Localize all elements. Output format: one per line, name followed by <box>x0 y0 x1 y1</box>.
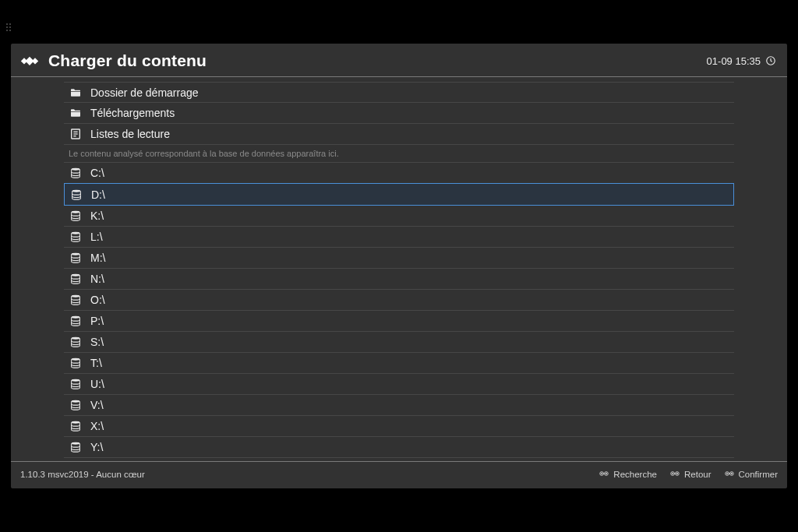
file-list: Dossier de démarrageTéléchargementsListe… <box>64 82 734 458</box>
scan-hint-text: Le contenu analysé correspondant à la ba… <box>64 145 734 163</box>
drive-icon <box>69 167 83 179</box>
svg-point-9 <box>72 253 80 255</box>
folder-icon <box>69 107 83 119</box>
svg-point-8 <box>72 232 80 234</box>
drive-row[interactable]: M:\ <box>64 248 734 269</box>
content-area: Dossier de démarrageTéléchargementsListe… <box>11 77 787 461</box>
drive-row[interactable]: C:\ <box>64 163 734 184</box>
row-label: P:\ <box>90 315 104 327</box>
retroarch-logo-icon <box>19 54 41 68</box>
folder-icon <box>69 86 83 99</box>
row-label: C:\ <box>90 167 104 179</box>
playlist-icon <box>69 128 83 140</box>
drive-icon <box>69 399 83 411</box>
folder-row[interactable]: Téléchargements <box>64 103 734 124</box>
row-label: X:\ <box>90 420 104 432</box>
window-drag-handle[interactable] <box>6 23 11 31</box>
row-label: O:\ <box>90 294 105 306</box>
svg-point-14 <box>72 358 80 361</box>
svg-point-16 <box>72 400 80 403</box>
row-label: M:\ <box>90 252 105 264</box>
footer-hint-label: Confirmer <box>739 470 778 479</box>
drive-row[interactable]: V:\ <box>64 395 734 416</box>
svg-point-7 <box>72 211 80 213</box>
svg-point-27 <box>731 473 732 474</box>
svg-point-5 <box>72 168 80 171</box>
drive-row[interactable]: X:\ <box>64 416 734 437</box>
drive-row[interactable]: S:\ <box>64 332 734 353</box>
row-label: K:\ <box>90 210 104 222</box>
svg-point-18 <box>72 442 80 445</box>
drive-row[interactable]: U:\ <box>64 374 734 395</box>
gamepad-icon <box>669 468 680 481</box>
clock-text: 01-09 15:35 <box>707 55 761 67</box>
drive-icon <box>69 273 83 285</box>
row-label: T:\ <box>90 357 102 369</box>
footer-hint[interactable]: Retour <box>669 468 711 481</box>
drive-row[interactable]: T:\ <box>64 353 734 374</box>
footer-hint[interactable]: Recherche <box>598 468 657 481</box>
svg-point-11 <box>72 295 80 298</box>
svg-point-15 <box>72 379 80 382</box>
folder-row[interactable]: Listes de lecture <box>64 124 734 145</box>
drive-row[interactable]: P:\ <box>64 311 734 332</box>
clock: 01-09 15:35 <box>707 55 776 67</box>
row-label: S:\ <box>90 336 104 348</box>
footer-hint-label: Retour <box>684 470 711 479</box>
row-label: V:\ <box>90 399 104 411</box>
row-label: N:\ <box>90 273 104 285</box>
footer-bar: 1.10.3 msvc2019 - Aucun cœur RechercheRe… <box>11 461 787 488</box>
row-label: D:\ <box>91 188 105 201</box>
row-label: Téléchargements <box>90 107 175 119</box>
drive-icon <box>69 336 83 348</box>
svg-point-24 <box>676 473 677 474</box>
drive-row[interactable]: Y:\ <box>64 437 734 458</box>
drive-row[interactable]: D:\ <box>64 183 734 206</box>
svg-point-21 <box>606 473 607 474</box>
row-label: Listes de lecture <box>90 128 170 140</box>
drive-icon <box>69 315 83 327</box>
drive-icon <box>69 294 83 306</box>
svg-point-6 <box>72 189 81 192</box>
drive-icon <box>69 357 83 369</box>
row-label: L:\ <box>90 231 103 243</box>
app-window: Charger du contenu 01-09 15:35 Dossier d… <box>11 44 787 488</box>
drive-icon <box>69 441 83 453</box>
drive-icon <box>69 420 83 432</box>
footer-hint[interactable]: Confirmer <box>724 468 778 481</box>
footer-hints: RechercheRetourConfirmer <box>598 468 778 481</box>
folder-row[interactable]: Dossier de démarrage <box>64 82 734 103</box>
drive-icon <box>69 188 83 201</box>
svg-point-13 <box>72 337 80 340</box>
page-title: Charger du contenu <box>48 51 707 70</box>
version-text: 1.10.3 msvc2019 - Aucun cœur <box>20 470 598 479</box>
drive-icon <box>69 231 83 243</box>
drive-icon <box>69 210 83 222</box>
row-label: Y:\ <box>90 441 103 453</box>
row-label: Dossier de démarrage <box>90 86 199 99</box>
row-label: U:\ <box>90 378 104 390</box>
drive-icon <box>69 252 83 264</box>
drive-row[interactable]: N:\ <box>64 269 734 290</box>
header-bar: Charger du contenu 01-09 15:35 <box>11 44 787 77</box>
gamepad-icon <box>724 468 735 481</box>
clock-icon <box>765 55 776 66</box>
svg-point-12 <box>72 316 80 319</box>
svg-point-10 <box>72 274 80 277</box>
drive-row[interactable]: K:\ <box>64 206 734 227</box>
svg-point-17 <box>72 421 80 424</box>
drive-icon <box>69 378 83 390</box>
drive-row[interactable]: O:\ <box>64 290 734 311</box>
footer-hint-label: Recherche <box>613 470 657 479</box>
gamepad-icon <box>598 468 609 481</box>
drive-row[interactable]: L:\ <box>64 227 734 248</box>
